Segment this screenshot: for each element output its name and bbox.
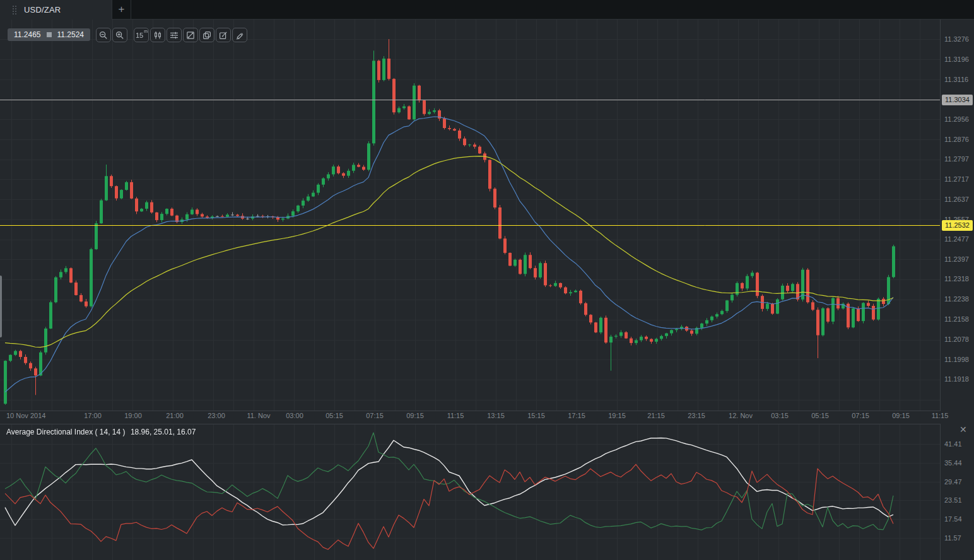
ask-price: 11.2524 <box>57 30 85 39</box>
indicator-values: 18.96, 25.01, 16.07 <box>131 428 196 436</box>
edit-pencil-icon <box>219 31 228 40</box>
bid-ask-pill[interactable]: 11.2465 11.2524 <box>8 28 90 41</box>
price-axis-label: 11.3196 <box>944 55 969 63</box>
spread-square-icon <box>47 32 52 37</box>
auto-scale-button[interactable] <box>183 28 198 42</box>
time-axis-label: 21:15 <box>647 412 665 419</box>
magnifier-plus-icon <box>115 31 124 40</box>
time-axis-label: 17:15 <box>568 412 585 419</box>
price-axis-label: 11.2158 <box>944 315 969 323</box>
time-axis-label: 15:15 <box>527 412 545 419</box>
zoom-out-button[interactable] <box>96 28 111 42</box>
indicator-axis-label: 23.51 <box>944 496 962 504</box>
indicator-title: Average Directional Index ( 14, 14 ) 18.… <box>6 428 196 436</box>
time-axis-label: 05:15 <box>811 412 829 419</box>
drag-handle-icon <box>13 6 18 15</box>
indicator-axis-label: 17.54 <box>944 515 962 523</box>
time-axis-label: 21:00 <box>166 412 184 419</box>
time-axis-label: 13:15 <box>487 412 505 419</box>
time-axis-label: 23:00 <box>208 412 225 419</box>
price-axis-label: 11.3116 <box>944 76 968 83</box>
price-axis-label: 11.2318 <box>944 275 969 283</box>
price-axis-label: 11.2956 <box>944 115 969 123</box>
duplicate-button[interactable] <box>199 28 214 42</box>
current-price-badge: 11.2532 <box>942 220 973 231</box>
price-axis-label: 11.2397 <box>944 255 969 263</box>
time-axis-label: 19:15 <box>608 412 626 419</box>
auto-scale-icon <box>186 31 195 40</box>
indicator-axis-label: 35.44 <box>944 459 962 467</box>
price-axis-border <box>940 20 941 411</box>
indicator-settings-button[interactable] <box>167 28 182 42</box>
price-axis-label: 11.2078 <box>944 335 969 343</box>
time-axis-label: 11:15 <box>447 412 464 419</box>
price-axis-label: 11.2238 <box>944 295 969 303</box>
tab-strip: USD/ZAR + <box>0 0 974 20</box>
indicator-top-border <box>0 424 941 424</box>
sliders-icon <box>170 31 179 40</box>
time-axis-label: 10 Nov 2014 <box>6 412 45 419</box>
timeframe-button[interactable]: 15m <box>134 28 149 42</box>
time-axis-label: 12. Nov <box>729 412 753 419</box>
marker-button[interactable] <box>232 28 247 42</box>
tab-label: USD/ZAR <box>24 5 61 15</box>
time-axis-label: 17:00 <box>84 412 102 419</box>
price-axis-label: 11.2717 <box>944 175 969 183</box>
bid-price: 11.2465 <box>14 30 41 39</box>
time-axis-label: 11:15 <box>932 412 949 419</box>
price-axis-label: 11.2876 <box>944 136 969 143</box>
trading-app: { "window": { "tab_label": "USD/ZAR", "a… <box>0 0 974 560</box>
indicator-axis-label: 11.57 <box>944 534 961 542</box>
time-axis-label: 23:15 <box>688 412 705 419</box>
price-axis-label: 11.1918 <box>944 375 969 383</box>
price-axis-label: 11.3276 <box>944 35 969 43</box>
price-axis-label: 11.1998 <box>944 356 969 363</box>
magnifier-minus-icon <box>99 31 108 40</box>
time-axis-label: 07:15 <box>852 412 869 419</box>
candlestick-chart-icon <box>153 31 162 40</box>
marker-pen-icon <box>235 31 244 40</box>
indicator-name: Average Directional Index ( 14, 14 ) <box>6 428 126 436</box>
time-axis-border <box>0 411 941 411</box>
add-tab-button[interactable]: + <box>112 0 131 19</box>
edit-button[interactable] <box>216 28 231 42</box>
indicator-close-icon[interactable]: ✕ <box>958 423 968 436</box>
indicator-axis-label: 29.47 <box>944 478 962 486</box>
price-chart-canvas[interactable] <box>0 20 940 411</box>
time-axis-label: 03:15 <box>771 412 789 419</box>
time-axis-label: 19:00 <box>124 412 142 419</box>
time-axis-label: 11. Nov <box>247 412 270 419</box>
duplicate-layers-icon <box>202 31 211 40</box>
time-axis-label: 09:15 <box>892 412 910 419</box>
time-axis-label: 07:15 <box>366 412 384 419</box>
price-axis-label: 11.2477 <box>944 235 969 243</box>
timeframe-15m-icon: 15m <box>136 31 147 39</box>
adx-indicator-canvas[interactable] <box>0 424 940 560</box>
time-axis-label: 05:15 <box>326 412 343 419</box>
zoom-in-button[interactable] <box>112 28 127 42</box>
time-axis-label: 03:00 <box>286 412 303 419</box>
time-axis-label: 09:15 <box>406 412 424 419</box>
indicator-axis-label: 41.41 <box>944 440 962 448</box>
tab-usdzar[interactable]: USD/ZAR <box>0 0 112 20</box>
price-axis-label: 11.2637 <box>944 195 969 203</box>
indicator-axis-border <box>940 424 941 560</box>
level-price-badge: 11.3034 <box>942 95 973 105</box>
left-panel-handle[interactable] <box>0 276 2 337</box>
price-axis-label: 11.2797 <box>944 155 969 163</box>
chart-type-button[interactable] <box>150 28 165 42</box>
